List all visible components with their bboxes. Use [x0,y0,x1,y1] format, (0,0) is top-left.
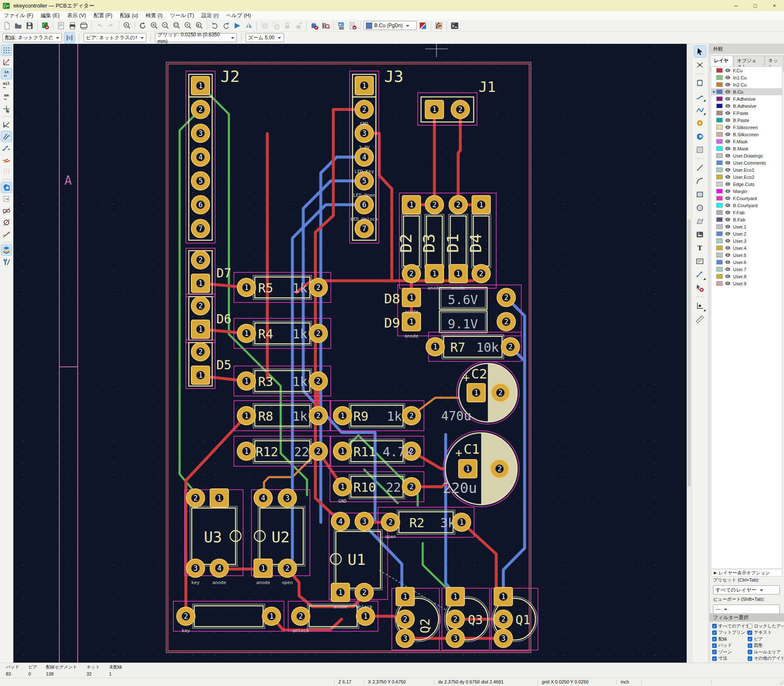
visibility-eye-icon[interactable] [724,146,731,151]
menu-item[interactable]: ヘルプ (H) [223,12,255,19]
layer-color-swatch[interactable] [716,217,723,222]
filter-その他のアイテム[interactable]: ✓その他のアイテム [748,656,783,662]
layer-color-swatch[interactable] [716,210,723,215]
layer-row-F.Mask[interactable]: F.Mask [711,138,782,145]
add-textbox-icon[interactable] [694,255,706,267]
visibility-eye-icon[interactable] [724,188,731,194]
layer-color-swatch[interactable] [716,125,723,130]
menu-item[interactable]: 表示 (V) [63,12,90,19]
plot-icon[interactable] [79,20,89,31]
zone-outline-icon[interactable] [1,194,12,204]
layer-row-In1.Cu[interactable]: In1.Cu [711,74,782,81]
visibility-eye-icon[interactable] [724,82,731,87]
visibility-eye-icon[interactable] [724,110,731,116]
draw-line-icon[interactable] [694,162,706,173]
visibility-eye-icon[interactable] [724,281,731,286]
page-settings-icon[interactable] [56,20,66,31]
menu-item[interactable]: ファイル (F) [0,12,37,19]
visibility-eye-icon[interactable] [724,196,731,201]
router-settings-icon[interactable] [434,20,444,31]
open-board-icon[interactable] [13,20,23,31]
layer-color-swatch[interactable] [716,139,723,144]
layer-color-swatch[interactable] [716,146,723,151]
layer-color-swatch[interactable] [716,153,723,158]
menu-item[interactable]: 検査 (I) [142,12,166,19]
rotate-cw-icon[interactable] [221,20,231,31]
visibility-eye-icon[interactable] [724,139,731,144]
menu-item[interactable]: 配置 (P) [90,12,116,19]
layers-manager-icon[interactable] [1,245,12,255]
layer-color-swatch[interactable] [716,82,723,87]
rotate-ccw-icon[interactable] [210,20,220,31]
layer-row-F.Silkscreen[interactable]: F.Silkscreen [711,124,782,131]
lock-icon[interactable] [282,20,292,31]
layer-color-swatch[interactable] [716,118,723,122]
layer-color-swatch[interactable] [716,260,723,264]
track-width-select[interactable]: 配線: ネットクラスの幅を使用 [3,33,62,42]
visibility-eye-icon[interactable] [724,124,731,130]
layer-color-swatch[interactable] [716,224,723,229]
visibility-eye-icon[interactable] [724,75,731,80]
preset-select[interactable]: すべてのレイヤー [713,585,780,595]
net-inspector-icon[interactable]: NET [336,20,347,31]
board-setup-icon[interactable] [40,20,51,31]
visibility-eye-icon[interactable] [724,117,731,123]
filter-ゾーン[interactable]: ✓ゾーン [712,649,748,656]
pad-sketch-icon[interactable] [1,206,12,216]
visibility-eye-icon[interactable] [724,274,731,279]
layer-row-User.Comments[interactable]: User.Comments [711,159,782,166]
tune-length-icon[interactable] [694,104,706,115]
layer-pair-icon[interactable] [418,20,428,31]
layer-row-F.Fab[interactable]: F.Fab [711,209,782,216]
layer-row-B.Cu[interactable]: ▶B.Cu [711,88,782,95]
layer-row-F.Cu[interactable]: F.Cu [711,67,782,74]
add-zone-icon[interactable] [694,130,706,142]
unlock-icon[interactable] [293,20,304,31]
filter-寸法[interactable]: ✓寸法 [712,656,748,662]
via-size-select[interactable]: ビア: ネットクラスのサイズを使用 [84,33,146,42]
maximize-button[interactable]: □ [746,0,765,11]
viewport-select[interactable]: --- [713,605,780,614]
layer-row-User.5[interactable]: User.5 [711,252,782,259]
net-highlight-icon[interactable] [1,143,12,153]
layer-selector[interactable]: B.Cu (PgDn) [363,21,417,30]
vertical-scrollbar[interactable] [687,44,692,663]
visibility-eye-icon[interactable] [724,174,731,180]
menu-item[interactable]: ツール (T) [166,12,198,19]
select-tool-icon[interactable] [694,46,706,57]
add-via-icon[interactable] [694,117,706,129]
zone-fill-icon[interactable] [1,182,12,193]
layer-row-User.4[interactable]: User.4 [711,244,782,252]
highlight-nets-icon[interactable] [1,155,12,165]
layer-color-swatch[interactable] [716,68,723,73]
layer-color-swatch[interactable] [716,231,723,236]
layer-row-User.Eco2[interactable]: User.Eco2 [711,173,782,180]
undo-icon[interactable] [94,20,105,31]
visibility-eye-icon[interactable] [724,167,731,173]
layer-color-swatch[interactable] [716,189,723,193]
visibility-eye-icon[interactable] [724,267,731,272]
drc-icon[interactable] [348,20,358,31]
visibility-eye-icon[interactable] [724,96,731,102]
visibility-eye-icon[interactable] [724,245,731,251]
polar-coords-icon[interactable] [1,57,12,67]
zoom-selection-icon[interactable] [194,20,204,31]
visibility-eye-icon[interactable] [724,160,731,165]
layer-row-User.9[interactable]: User.9 [711,280,782,287]
curved-ratsnest-icon[interactable] [1,131,12,142]
layer-color-swatch[interactable] [716,274,723,279]
layer-color-swatch[interactable] [716,182,723,186]
zoom-fit-icon[interactable] [171,20,182,31]
layer-row-B.Fab[interactable]: B.Fab [711,216,782,223]
menu-item[interactable]: 編集 (E) [37,12,63,19]
units-inch[interactable]: in⟷ [1,69,12,79]
add-footprint-icon[interactable] [694,77,706,89]
layer-color-swatch[interactable] [716,281,723,286]
filter-ルールエリア[interactable]: ✓ルールエリア [748,649,783,656]
draw-rectangle-icon[interactable] [694,188,706,200]
layer-color-swatch[interactable] [716,97,723,101]
layer-row-F.Paste[interactable]: F.Paste [711,109,782,117]
update-footprints-icon[interactable] [309,20,320,31]
layer-row-B.Mask[interactable]: B.Mask [711,145,782,152]
zoom-select[interactable]: ズーム 5.00 [246,33,284,42]
